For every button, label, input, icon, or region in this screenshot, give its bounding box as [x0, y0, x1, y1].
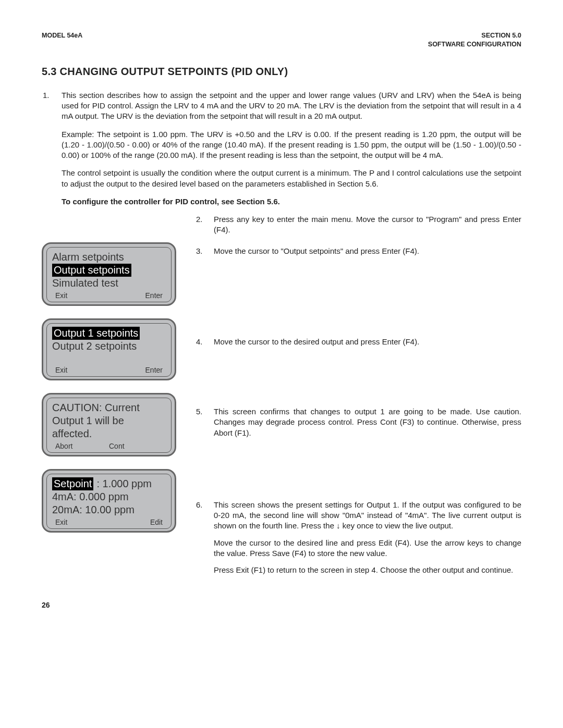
- lcd-inner: CAUTION: Current Output 1 will be affect…: [46, 398, 172, 453]
- step-3: 3. Move the cursor to "Output setpoints"…: [196, 246, 521, 330]
- header-right: SECTION 5.0 SOFTWARE CONFIGURATION: [428, 31, 521, 49]
- intro-number: 1.: [43, 90, 50, 101]
- steps-column: 2. Press any key to enter the main menu.…: [196, 214, 521, 582]
- softkey-edit[interactable]: Edit: [150, 517, 163, 527]
- page-number: 26: [42, 600, 521, 610]
- softkey-enter[interactable]: Enter: [145, 291, 163, 301]
- step-text: Move the cursor to the desired output an…: [214, 337, 521, 347]
- softkey-enter[interactable]: Enter: [145, 365, 163, 375]
- field-4ma[interactable]: 4mA: 0.000 ppm: [51, 490, 167, 503]
- header-section: SECTION 5.0: [428, 31, 521, 40]
- caution-line-2: Output 1 will be: [51, 414, 167, 427]
- step-number: 4.: [196, 337, 203, 347]
- step-number: 5.: [196, 406, 203, 417]
- step-number: 2.: [196, 214, 203, 225]
- lcd-inner: Alarm setpoints Output setpoints Simulat…: [46, 247, 172, 302]
- step-6: 6. This screen shows the present setting…: [196, 500, 521, 576]
- page-header: MODEL 54eA SECTION 5.0 SOFTWARE CONFIGUR…: [42, 31, 521, 49]
- menu-item-alarm-setpoints[interactable]: Alarm setpoints: [51, 251, 167, 264]
- caution-line-1: CAUTION: Current: [51, 401, 167, 414]
- header-subtitle: SOFTWARE CONFIGURATION: [428, 40, 521, 49]
- intro-paragraph-4: To configure the controller for PID cont…: [62, 196, 521, 207]
- lcd-panel-settings: Setpoint : 1.000 ppm 4mA: 0.000 ppm 20mA…: [42, 469, 176, 533]
- step-text: Move the cursor to "Output setpoints" an…: [214, 246, 521, 256]
- intro-paragraph-3: The control setpoint is usually the cond…: [62, 168, 521, 189]
- lcd-panel-caution: CAUTION: Current Output 1 will be affect…: [42, 393, 176, 456]
- caution-line-3: affected.: [51, 427, 167, 440]
- step-text: Press any key to enter the main menu. Mo…: [214, 214, 521, 236]
- menu-item-output2-setpoints[interactable]: Output 2 setpoints: [51, 340, 167, 353]
- step-text: This screen confirms that changes to out…: [214, 406, 521, 438]
- softkey-abort[interactable]: Abort: [55, 441, 72, 451]
- intro-paragraph-2: Example: The setpoint is 1.00 ppm. The U…: [62, 129, 521, 161]
- softkey-exit[interactable]: Exit: [55, 365, 67, 375]
- step-6-text-b: Move the cursor to the desired line and …: [214, 538, 521, 559]
- lcd-inner: Output 1 setpoints Output 2 setpoints Ex…: [46, 323, 172, 377]
- header-model: MODEL 54eA: [42, 31, 82, 49]
- softkey-cont[interactable]: Cont: [72, 441, 161, 451]
- menu-item-output-setpoints[interactable]: Output setpoints: [52, 264, 131, 277]
- step-2: 2. Press any key to enter the main menu.…: [196, 214, 521, 236]
- softkey-exit[interactable]: Exit: [55, 517, 67, 527]
- lcd-inner: Setpoint : 1.000 ppm 4mA: 0.000 ppm 20mA…: [46, 474, 172, 529]
- section-title: 5.3 CHANGING OUTPUT SETPOINTS (PID ONLY): [42, 65, 521, 79]
- step-number: 3.: [196, 246, 203, 256]
- field-setpoint-value: : 1.000 ppm: [96, 477, 152, 490]
- screens-column: Alarm setpoints Output setpoints Simulat…: [42, 214, 176, 545]
- down-arrow-icon: ↓: [336, 521, 340, 531]
- lcd-panel-menu: Alarm setpoints Output setpoints Simulat…: [42, 242, 176, 306]
- field-20ma[interactable]: 20mA: 10.00 ppm: [51, 503, 167, 516]
- menu-item-simulated-test[interactable]: Simulated test: [51, 277, 167, 290]
- lcd-panel-output-select: Output 1 setpoints Output 2 setpoints Ex…: [42, 318, 176, 380]
- step-6-text-c: Press Exit (F1) to return to the screen …: [214, 565, 521, 575]
- menu-item-output1-setpoints[interactable]: Output 1 setpoints: [52, 327, 140, 340]
- step-4: 4. Move the cursor to the desired output…: [196, 337, 521, 400]
- intro-text-1: This section describes how to assign the…: [62, 91, 521, 121]
- step-6-text-a2: key once to view the live output.: [342, 521, 454, 530]
- step-5: 5. This screen confirms that changes to …: [196, 406, 521, 493]
- field-setpoint-label[interactable]: Setpoint: [52, 477, 93, 490]
- intro-paragraph-1: 1. This section describes how to assign …: [62, 90, 521, 122]
- step-number: 6.: [196, 500, 203, 510]
- softkey-exit[interactable]: Exit: [55, 291, 67, 301]
